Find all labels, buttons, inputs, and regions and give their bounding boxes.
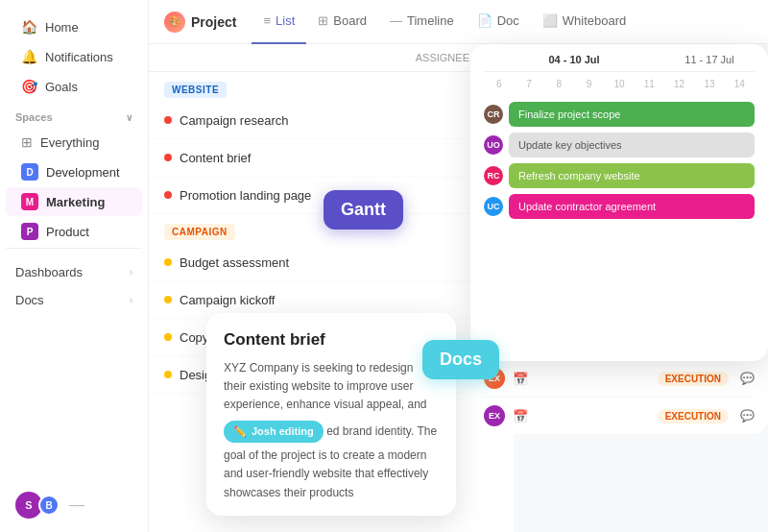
gantt-bar-row: UO Update key objectives	[484, 133, 755, 157]
chat-icon: 💬	[740, 409, 755, 423]
task-priority-dot	[164, 333, 172, 341]
task-header: ASSIGNEE	[149, 44, 514, 72]
task-priority-dot	[164, 258, 172, 266]
edit-icon: ✏️	[233, 423, 247, 441]
task-priority-dot	[164, 116, 172, 124]
gantt-bar-objectives[interactable]: Update key objectives	[509, 133, 755, 157]
main-content: 🎨 Project ≡ List ⊞ Board — Timeline 📄 Do…	[149, 0, 768, 532]
gantt-badge: Gantt	[324, 190, 403, 230]
status-badge: EXECUTION	[658, 372, 729, 386]
tab-list[interactable]: ≡ List	[252, 0, 306, 44]
sidebar-bottom: Dashboards › Docs ›	[0, 258, 148, 314]
gantt-rows: CR Finalize project scope UO Update key …	[470, 92, 768, 229]
tab-timeline[interactable]: — Timeline	[378, 0, 466, 44]
gantt-avatar: UO	[484, 135, 503, 155]
timeline-icon: —	[390, 13, 402, 28]
task-priority-dot	[164, 154, 172, 161]
sidebar-item-dashboards[interactable]: Dashboards ›	[0, 258, 148, 286]
task-row[interactable]: Campaign research CR	[149, 102, 514, 139]
spaces-section-label: Spaces ∨	[0, 102, 148, 127]
gantt-avatar: UC	[484, 197, 503, 216]
docs-title: Content brief	[224, 330, 439, 350]
user-area: S B —	[0, 492, 148, 519]
tab-doc[interactable]: 📄 Doc	[466, 0, 531, 44]
doc-icon: 📄	[477, 13, 492, 28]
task-priority-dot	[164, 296, 172, 303]
status-row: EX 📅 EXECUTION 💬	[484, 359, 755, 397]
product-dot: P	[21, 223, 38, 240]
gantt-week1: 04 - 10 Jul	[484, 54, 664, 72]
gantt-panel: 04 - 10 Jul 11 - 17 Jul 6 7 8 9 10 11 12…	[470, 44, 768, 361]
top-navigation: 🎨 Project ≡ List ⊞ Board — Timeline 📄 Do…	[149, 0, 768, 44]
list-icon: ≡	[263, 13, 271, 28]
gantt-avatar: CR	[484, 105, 503, 124]
gantt-bar-row: CR Finalize project scope	[484, 102, 755, 127]
goals-icon: 🎯	[21, 79, 37, 94]
board-icon: ⊞	[318, 13, 328, 28]
docs-badge: Docs	[422, 340, 499, 379]
task-priority-dot	[164, 371, 172, 378]
tab-whiteboard[interactable]: ⬜ Whiteboard	[531, 0, 637, 44]
project-title[interactable]: 🎨 Project	[164, 12, 236, 33]
status-avatar: EX	[484, 405, 505, 426]
sidebar-item-everything[interactable]: ⊞ Everything	[6, 128, 142, 157]
gantt-week2: 11 - 17 Jul	[664, 54, 755, 72]
chevron-down-icon: ∨	[126, 112, 132, 123]
sidebar-item-home[interactable]: 🏠 Home	[6, 12, 142, 41]
project-icon: 🎨	[164, 12, 185, 33]
whiteboard-icon: ⬜	[542, 13, 558, 28]
group-website: WEBSITE	[164, 82, 227, 98]
bell-icon: 🔔	[21, 49, 37, 64]
grid-icon: ⊞	[21, 134, 33, 150]
editing-badge: ✏️ Josh editing	[224, 421, 324, 444]
sidebar-item-notifications[interactable]: 🔔 Notifications	[6, 42, 142, 71]
docs-body: XYZ Company is seeking to redesign their…	[224, 359, 439, 502]
docs-panel: Content brief XYZ Company is seeking to …	[206, 313, 456, 516]
marketing-dot: M	[21, 193, 38, 210]
sidebar-item-docs[interactable]: Docs ›	[0, 286, 148, 314]
sidebar-item-marketing[interactable]: M Marketing	[6, 187, 142, 216]
avatar-b: B	[38, 495, 60, 516]
development-dot: D	[21, 163, 38, 181]
content-area: ASSIGNEE WEBSITE Campaign research CR Co…	[149, 44, 768, 532]
status-row: EX 📅 EXECUTION 💬	[484, 397, 755, 434]
tab-board[interactable]: ⊞ Board	[306, 0, 378, 44]
gantt-header: 04 - 10 Jul 11 - 17 Jul	[470, 44, 768, 72]
chat-icon: 💬	[740, 372, 755, 385]
task-row[interactable]: Content brief CB	[149, 139, 514, 177]
calendar-icon: 📅	[513, 372, 528, 386]
group-campaign: CAMPAIGN	[164, 224, 235, 240]
task-priority-dot	[164, 191, 172, 199]
sidebar-item-development[interactable]: D Development	[6, 157, 142, 186]
gantt-days: 6 7 8 9 10 11 12 13 14	[470, 72, 768, 92]
sidebar-item-product[interactable]: P Product	[6, 217, 142, 246]
calendar-icon: 📅	[513, 409, 528, 423]
gantt-bar-finalize[interactable]: Finalize project scope	[509, 102, 755, 127]
gantt-bar-website[interactable]: Refresh company website	[509, 163, 755, 188]
sidebar-item-goals[interactable]: 🎯 Goals	[6, 72, 142, 101]
user-dash: —	[69, 496, 84, 514]
gantt-bar-row: RC Refresh company website	[484, 163, 755, 188]
status-badge: EXECUTION	[658, 409, 729, 423]
sidebar: 🏠 Home 🔔 Notifications 🎯 Goals Spaces ∨ …	[0, 0, 149, 532]
gantt-avatar: RC	[484, 166, 503, 185]
chevron-right-icon: ›	[130, 267, 132, 278]
gantt-bar-row: UC Update contractor agreement	[484, 194, 755, 219]
task-row[interactable]: Budget assessment BA	[149, 244, 514, 281]
home-icon: 🏠	[21, 19, 37, 35]
gantt-bar-contractor[interactable]: Update contractor agreement	[509, 194, 755, 219]
chevron-right-icon-2: ›	[130, 295, 132, 305]
